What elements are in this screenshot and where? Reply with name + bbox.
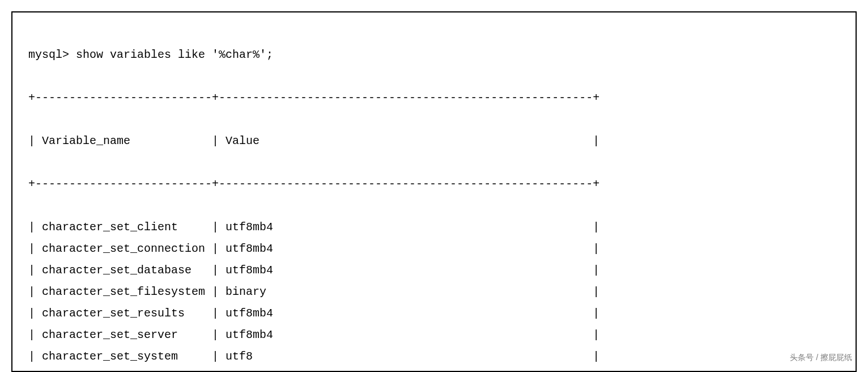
table-row: | character_sets_dir | /usr/local/mysql-…: [28, 367, 840, 372]
table-border-mid: +--------------------------+------------…: [28, 174, 840, 195]
watermark-text: 头条号 / 擦屁屁纸: [790, 353, 852, 363]
table-row: | character_set_connection | utf8mb4 |: [28, 238, 840, 260]
table-row: | character_set_filesystem | binary |: [28, 281, 840, 303]
table-border-top: +--------------------------+------------…: [28, 87, 840, 109]
table-rows: | character_set_client | utf8mb4 || char…: [28, 217, 840, 372]
table-row: | character_set_client | utf8mb4 |: [28, 217, 840, 238]
table-row: | character_set_results | utf8mb4 |: [28, 303, 840, 324]
table-header: | Variable_name | Value |: [28, 130, 840, 152]
terminal-output: mysql> show variables like '%char%'; +--…: [11, 11, 857, 372]
table-row: | character_set_database | utf8mb4 |: [28, 260, 840, 281]
table-row: | character_set_system | utf8 |: [28, 346, 840, 367]
command-line: mysql> show variables like '%char%';: [28, 44, 840, 66]
table-row: | character_set_server | utf8mb4 |: [28, 324, 840, 346]
